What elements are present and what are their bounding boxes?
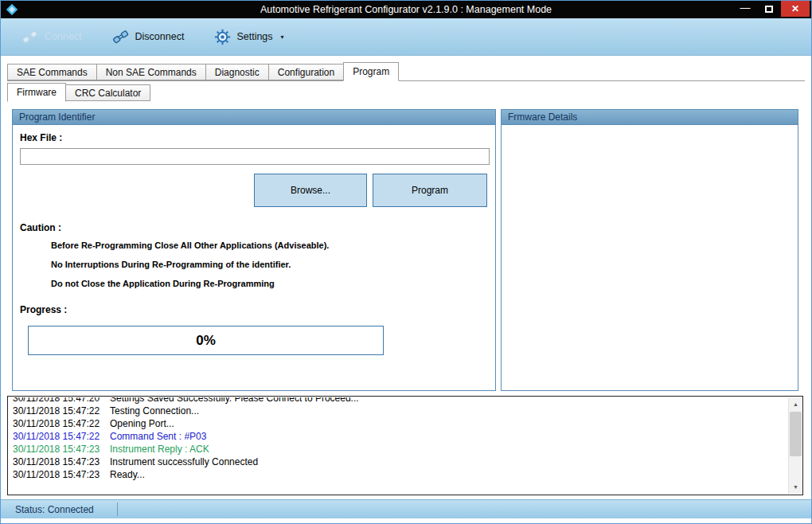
- log-entry: 30/11/2018 15:47:23Instrument Reply : AC…: [13, 443, 788, 456]
- log-message: Settings Saved Successfully. Please Conn…: [110, 397, 359, 404]
- log-message: Opening Port...: [110, 418, 174, 429]
- program-identifier-header: Program Identifier: [13, 110, 495, 125]
- disconnect-plug-icon: [112, 28, 130, 45]
- progress-bar: 0%: [28, 326, 384, 355]
- log-message: Instrument Reply : ACK: [110, 444, 209, 455]
- log-timestamp: 30/11/2018 15:47:22: [13, 405, 110, 417]
- tab-sae-commands[interactable]: SAE Commands: [7, 64, 97, 80]
- progress-label: Progress :: [20, 304, 67, 315]
- log-message: Ready...: [110, 469, 145, 480]
- window-controls: — ✕: [733, 1, 810, 18]
- tab-configuration[interactable]: Configuration: [268, 64, 344, 80]
- caution-line-1: Before Re-Programming Close All Other Ap…: [51, 240, 329, 250]
- caution-line-2: No Interruptions During Re-Programming o…: [51, 260, 291, 269]
- log-lines: 30/11/2018 15:47:20Settings Saved Succes…: [9, 397, 788, 481]
- maximize-icon: [765, 6, 773, 13]
- tab-firmware[interactable]: Firmware: [7, 83, 66, 102]
- log-entry: 30/11/2018 15:47:23Instrument successful…: [13, 456, 788, 468]
- log-timestamp: 30/11/2018 15:47:23: [13, 443, 110, 456]
- log-entry: 30/11/2018 15:47:20Settings Saved Succes…: [13, 397, 788, 405]
- log-entry: 30/11/2018 15:47:22Command Sent : #P03: [13, 430, 788, 443]
- status-bar: Status: Connected: [1, 499, 811, 518]
- log-scrollbar[interactable]: ▲ ▼: [788, 397, 802, 494]
- toolbar: Connect Disconnect: [1, 18, 811, 56]
- log-entry: 30/11/2018 15:47:23Ready...: [13, 468, 788, 481]
- program-button[interactable]: Program: [373, 174, 487, 207]
- caution-label: Caution :: [20, 222, 61, 233]
- log-message: Command Sent : #P03: [110, 431, 206, 442]
- tab-program[interactable]: Program: [343, 62, 399, 81]
- settings-label: Settings: [236, 31, 272, 42]
- chevron-down-icon[interactable]: ▾: [281, 33, 284, 41]
- minimize-button[interactable]: —: [733, 1, 757, 17]
- sub-tab-strip: Firmware CRC Calculator: [7, 84, 805, 102]
- tab-crc-calculator[interactable]: CRC Calculator: [65, 84, 150, 101]
- disconnect-label: Disconnect: [135, 31, 185, 42]
- firmware-details-panel: Frmware Details: [501, 109, 798, 391]
- caution-line-3: Do not Close the Application During Re-P…: [51, 279, 275, 288]
- status-badge: Status: Connected: [15, 500, 94, 519]
- firmware-details-header: Frmware Details: [502, 110, 798, 125]
- connect-label: Connect: [45, 31, 82, 42]
- connect-plug-icon: [21, 28, 39, 45]
- main-tab-strip: SAE Commands Non SAE Commands Diagnostic…: [7, 63, 805, 81]
- browse-button[interactable]: Browse...: [254, 174, 367, 207]
- log-entry: 30/11/2018 15:47:22Testing Connection...: [13, 405, 788, 417]
- connect-button[interactable]: Connect: [21, 28, 82, 45]
- scroll-down-icon[interactable]: ▼: [789, 480, 802, 494]
- log-timestamp: 30/11/2018 15:47:23: [13, 456, 110, 468]
- scroll-up-icon[interactable]: ▲: [789, 397, 802, 411]
- settings-button[interactable]: Settings ▾: [214, 29, 283, 45]
- maximize-button[interactable]: [757, 1, 781, 17]
- hex-file-label: Hex File :: [20, 132, 62, 143]
- app-window: Automotive Refrigerant Configurator v2.1…: [0, 0, 812, 524]
- log-timestamp: 30/11/2018 15:47:23: [13, 468, 110, 481]
- program-identifier-panel: Program Identifier Hex File : Browse... …: [12, 109, 496, 391]
- status-divider: [117, 502, 118, 516]
- title-bar: Automotive Refrigerant Configurator v2.1…: [1, 1, 811, 18]
- scroll-thumb[interactable]: [790, 412, 802, 456]
- log-timestamp: 30/11/2018 15:47:22: [13, 417, 110, 430]
- progress-value: 0%: [196, 333, 216, 349]
- log-entry: 30/11/2018 15:47:22Opening Port...: [13, 417, 788, 430]
- tab-diagnostic[interactable]: Diagnostic: [205, 64, 269, 80]
- log-message: Testing Connection...: [110, 405, 199, 416]
- disconnect-button[interactable]: Disconnect: [112, 28, 185, 45]
- window-title: Automotive Refrigerant Configurator v2.1…: [1, 1, 811, 18]
- log-message: Instrument successfully Connected: [110, 456, 258, 467]
- log-output[interactable]: 30/11/2018 15:47:20Settings Saved Succes…: [7, 396, 803, 495]
- hex-file-input[interactable]: [20, 148, 490, 165]
- log-viewport: 30/11/2018 15:47:20Settings Saved Succes…: [9, 397, 788, 494]
- close-button[interactable]: ✕: [781, 1, 810, 17]
- gear-icon: [214, 29, 231, 45]
- log-timestamp: 30/11/2018 15:47:20: [13, 397, 110, 405]
- tab-non-sae-commands[interactable]: Non SAE Commands: [96, 64, 206, 80]
- log-timestamp: 30/11/2018 15:47:22: [13, 430, 110, 443]
